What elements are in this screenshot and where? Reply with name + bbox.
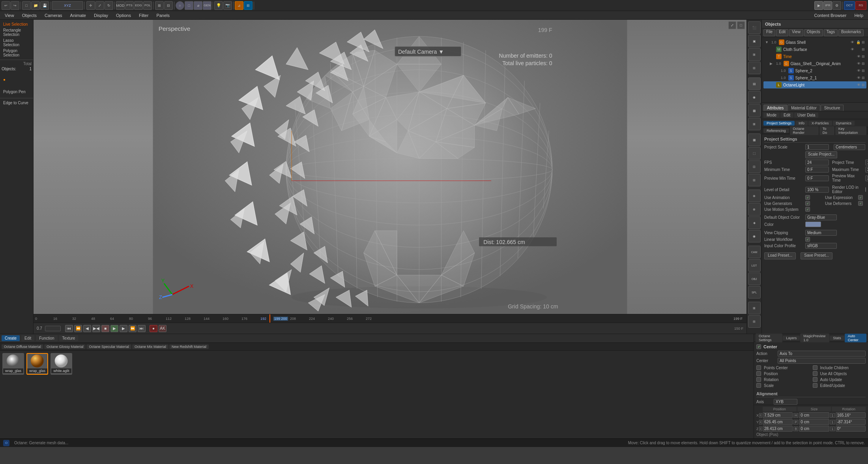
time-scrubber[interactable] (45, 326, 61, 331)
prev-frame-btn[interactable]: ◀ (83, 325, 91, 332)
mat-tab-mix[interactable]: Octane Mix Material (132, 344, 168, 349)
attr-view-clipping-dropdown[interactable]: Medium (805, 230, 837, 236)
mat-create-btn[interactable]: Create (2, 335, 20, 341)
edges-btn[interactable]: EDG (134, 1, 143, 10)
y-rot-val[interactable]: -87.314° (836, 419, 866, 425)
x-size-val[interactable]: 0 cm (799, 412, 829, 418)
tree-item-glass-shell-original[interactable]: ▶ 1.0 G Glass_Shell__Original_Anim 👁 ⊞ (763, 60, 866, 67)
mat-thumb-wrap-glass-2[interactable]: wrap_glas (26, 353, 48, 375)
attr-default-color-dropdown[interactable]: Gray-Blue (805, 214, 837, 220)
left-tool-edge-to-curve[interactable]: Edge to Curve (2, 100, 32, 106)
auto-key-btn[interactable]: AK (159, 325, 166, 332)
polys-btn[interactable]: POL (143, 1, 152, 10)
tab-octane-render[interactable]: Octane Render (790, 126, 819, 135)
display-btn-1[interactable]: ▦ (748, 133, 761, 146)
z-pos-spinbox[interactable]: 1 (759, 426, 762, 431)
left-tool-live-selection[interactable]: Live Selection (2, 21, 32, 27)
tab-xparticles[interactable]: X-Particles (808, 121, 832, 126)
prev-start-btn[interactable]: ⏮ (65, 325, 73, 332)
attr-usegenerators-check[interactable]: ✓ (805, 201, 810, 206)
attr-load-preset-btn[interactable]: Load Preset... (764, 252, 796, 259)
menu-content-browser[interactable]: Content Browser (812, 12, 848, 19)
tab-project-settings[interactable]: Project Settings (763, 121, 795, 126)
new-btn[interactable]: □ (22, 1, 31, 10)
extra-btn-2[interactable]: ⊟ (748, 315, 761, 328)
filter-btn-2[interactable]: ⊗ (748, 203, 761, 216)
tab-referencing[interactable]: Referencing (763, 128, 789, 133)
left-tool-move[interactable]: ● (2, 77, 32, 83)
attr-color-swatch[interactable] (805, 222, 821, 227)
rotation-check[interactable] (756, 377, 761, 382)
attr-userdata-btn[interactable]: User Data (794, 113, 818, 118)
tag-btn[interactable]: ⊞ (244, 1, 253, 10)
stop-btn[interactable]: ■ (101, 325, 109, 332)
tab-stats[interactable]: Stats (830, 336, 844, 340)
primitive-sphere-btn[interactable]: ○ (176, 1, 184, 10)
tab-layers[interactable]: Layers (783, 336, 800, 340)
attr-usemotion-check[interactable]: ✓ (805, 207, 810, 212)
viewport-3d[interactable]: Default Camera ▼ Perspective Number of e… (34, 20, 746, 314)
attr-useexpression-check[interactable]: ✓ (858, 195, 863, 200)
menu-panels[interactable]: Panels (155, 12, 171, 19)
tree-item-sphere-2[interactable]: 1.0 S Sphere_2 👁 ⊞ (763, 67, 866, 74)
shading-btn-4[interactable]: ⊞ (748, 118, 761, 130)
y-pos-val[interactable]: 626.45 cm (763, 419, 793, 425)
record-btn[interactable]: ● (150, 325, 157, 332)
z-pos-val[interactable]: 28.413 cm (763, 426, 793, 432)
shading-btn-1[interactable]: ▤ (748, 77, 761, 90)
menu-filter[interactable]: Filter (137, 12, 150, 19)
primitive-cylinder-btn[interactable]: ⌀ (194, 1, 202, 10)
play-fwd-btn[interactable]: ▶ (110, 325, 118, 332)
attr-usedeformers-check[interactable]: ✓ (858, 201, 863, 206)
x-rot-val[interactable]: 165.16° (836, 412, 866, 418)
menu-view[interactable]: View (3, 12, 16, 19)
menu-cameras[interactable]: Cameras (43, 12, 64, 19)
mat-tab-glossy[interactable]: Octane Glossy Material (44, 344, 86, 349)
z-size-val[interactable]: 0 cm (799, 426, 829, 432)
display-btn-3[interactable]: ⊡ (748, 160, 761, 173)
left-tool-poly-pen[interactable]: Polygon Pen (2, 89, 32, 95)
octane-btn[interactable]: OCT (844, 1, 855, 10)
include-children-check[interactable] (813, 365, 817, 370)
viewport-camera-btn[interactable]: □ (737, 21, 745, 29)
attr-scale-project-btn[interactable]: Scale Project... (805, 151, 837, 158)
viewport-maximize-btn[interactable]: ⤢ (728, 21, 736, 29)
obj-tags-btn[interactable]: Tags (824, 29, 838, 36)
rotate-btn[interactable]: ↻ (105, 1, 113, 10)
attr-save-preset-btn[interactable]: Save Preset... (801, 252, 832, 259)
render-small-btn-2[interactable]: LGT (748, 259, 761, 272)
generator-btn[interactable]: GEN (203, 1, 211, 10)
render-btn[interactable]: ▶ (814, 1, 823, 10)
open-btn[interactable]: 📁 (31, 1, 40, 10)
tree-item-time[interactable]: T Time 👁 ⊞ (763, 53, 866, 60)
filter-btn-1[interactable]: ⊕ (748, 190, 761, 202)
attr-mode-btn[interactable]: Mode (763, 113, 780, 118)
left-tool-rotate[interactable] (2, 84, 32, 86)
save-btn[interactable]: 💾 (40, 1, 49, 10)
next-key-btn[interactable]: ⏩ (129, 325, 137, 332)
center-dropdown[interactable]: All Points (778, 358, 866, 364)
tab-auto-center[interactable]: Auto Center (845, 334, 866, 342)
render-small-btn-4[interactable]: SPL (748, 286, 761, 299)
obj-file-btn[interactable]: File (763, 29, 775, 36)
tree-item-octanelight[interactable]: L OctaneLight 👁 ⊞ (763, 81, 866, 88)
primitive-cube-btn[interactable]: □ (185, 1, 193, 10)
mat-texture-tab[interactable]: Texture (59, 335, 79, 341)
tab-structure[interactable]: Structure (821, 105, 844, 111)
scale-check[interactable] (756, 383, 761, 388)
position-check[interactable] (756, 371, 761, 376)
mat-thumb-wrap-glass-1[interactable]: wrap_glas (2, 353, 24, 375)
obj-bookmarks-btn[interactable]: Bookmarks (838, 29, 864, 36)
menu-help[interactable]: Help (853, 12, 865, 19)
camera-btn[interactable]: 📷 (223, 1, 232, 10)
viewport-btn-4[interactable]: ⊟ (748, 62, 761, 74)
tree-item-sphere-2-1[interactable]: 1.0 S Sphere_2_1 👁 ⊞ (763, 74, 866, 81)
display-btn-2[interactable]: ⬚ (748, 147, 761, 160)
menu-objects[interactable]: Objects (21, 12, 38, 19)
action-dropdown[interactable]: Axis To (778, 351, 866, 357)
redo-btn[interactable]: ↪ (11, 1, 19, 10)
tab-info[interactable]: Info (795, 121, 808, 126)
render-small-btn-1[interactable]: CAM (748, 246, 761, 258)
tab-octane-settings[interactable]: Octane Settings (756, 334, 782, 342)
move-btn[interactable]: ✛ (86, 1, 95, 10)
